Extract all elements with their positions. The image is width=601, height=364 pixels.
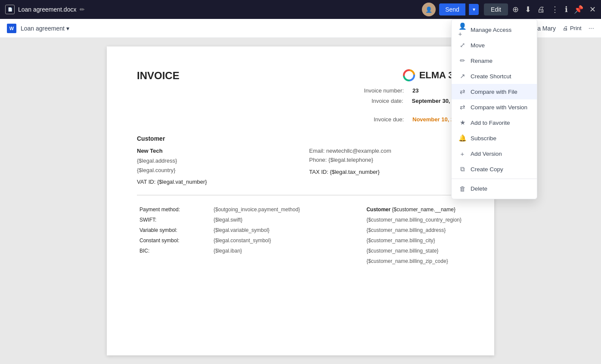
menu-item-subscribe[interactable]: 🔔 Subscribe (452, 130, 537, 146)
billing-zip: {$customer_name.billing_zip_code} (365, 256, 463, 266)
tax-id-text: TAX ID: {$legal.tax_number} (309, 169, 380, 175)
menu-create-shortcut-label: Create Shortcut (471, 73, 511, 80)
print-icon[interactable]: 🖨 (537, 5, 545, 14)
customer-col-name: {$customer_name.__name} (392, 207, 455, 213)
star-icon: ★ (458, 119, 466, 126)
swift-row: SWIFT: {$legal.swift} {$customer_name.bi… (138, 215, 463, 225)
printer-icon: 🖨 (563, 25, 568, 31)
billing-zip-row: {$customer_name.billing_zip_code} (138, 256, 463, 266)
compare-file-icon: ⇄ (458, 88, 466, 96)
invoice-title: INVOICE (137, 68, 180, 83)
customer-left-col: New Tech {$legal.address} {$legal.countr… (137, 147, 292, 186)
move-icon: ⤢ (458, 41, 466, 49)
edit-pencil-icon[interactable]: ✏ (80, 6, 85, 13)
variable-symbol-value: {$legal.variable_symbol} (212, 225, 364, 235)
customer-address: {$legal.address} (137, 157, 292, 165)
customer-right-col: Email: newtechllc@example.com Phone: {$l… (309, 147, 464, 186)
variable-symbol-label: Variable symbol: (138, 225, 211, 235)
customer-name: New Tech (137, 147, 292, 155)
avatar: 👤 (422, 3, 436, 16)
menu-item-manage-access[interactable]: 👤+ Manage Access (452, 22, 537, 37)
send-dropdown-button[interactable]: ▾ (469, 4, 479, 15)
print-label: Print (570, 25, 582, 31)
download-icon[interactable]: ⬇ (525, 5, 531, 14)
invoice-header: INVOICE ELMA 365 I (137, 68, 464, 107)
menu-item-rename[interactable]: ✏ Rename (452, 53, 537, 68)
billing-city: {$customer_name.billing_city} (365, 236, 463, 245)
menu-delete-label: Delete (471, 185, 487, 192)
menu-add-favorite-label: Add to Favorite (471, 120, 510, 126)
menu-add-version-label: Add Version (471, 151, 502, 157)
menu-item-delete[interactable]: 🗑 Delete (452, 181, 537, 196)
menu-item-compare-file[interactable]: ⇄ Compare with File (452, 84, 537, 99)
customer-col-header: Customer {$customer_name.__name} (365, 205, 463, 214)
doc-title[interactable]: Loan agreement ▾ (21, 25, 69, 32)
menu-subscribe-label: Subscribe (471, 135, 496, 142)
divider (137, 195, 464, 195)
edit-button[interactable]: Edit (484, 3, 508, 15)
constant-symbol-value: {$legal.constant_symbol} (212, 236, 364, 245)
doc-title-chevron: ▾ (66, 25, 69, 32)
invoice-date-label: Invoice date: (372, 97, 403, 105)
customer-section-title: Customer (137, 134, 464, 143)
customer-two-col: New Tech {$legal.address} {$legal.countr… (137, 147, 464, 186)
constant-symbol-label: Constant symbol: (138, 236, 211, 245)
compare-version-icon: ⇄ (458, 103, 466, 111)
menu-item-create-copy[interactable]: ⧉ Create Copy (452, 161, 537, 177)
context-menu: 👤+ Manage Access ⤢ Move ✏ Rename ↗ Creat… (451, 19, 537, 199)
payment-method-row: Payment method: {$outgoing_invoice.payme… (138, 205, 463, 214)
topbar-center: 👤 Send ▾ Edit (422, 3, 508, 16)
customer-country: {$legal.country} (137, 166, 292, 175)
menu-item-move[interactable]: ⤢ Move (452, 37, 537, 53)
print-button[interactable]: 🖨 Print (563, 25, 582, 31)
invoice-due-label: Invoice due: (374, 115, 404, 124)
bell-icon: 🔔 (458, 134, 466, 142)
file-name: Loan agreement.docx (18, 6, 76, 13)
variable-symbol-row: Variable symbol: {$legal.variable_symbol… (138, 225, 463, 235)
trash-icon: 🗑 (458, 185, 466, 192)
send-button[interactable]: Send (439, 3, 465, 15)
menu-move-label: Move (471, 42, 485, 49)
vat-id-text: VAT ID: {$legal.vat_number} (137, 179, 207, 185)
menu-item-compare-version[interactable]: ⇄ Compare with Version (452, 99, 537, 115)
menu-item-add-favorite[interactable]: ★ Add to Favorite (452, 115, 537, 130)
menu-item-add-version[interactable]: + Add Version (452, 146, 537, 161)
customer-section: Customer New Tech {$legal.address} {$leg… (137, 134, 464, 186)
doc-page: INVOICE ELMA 365 I (107, 46, 494, 355)
topbar: 📄 Loan agreement.docx ✏ 👤 Send ▾ Edit ⊕ … (0, 0, 601, 19)
vat-id: VAT ID: {$legal.vat_number} (137, 178, 292, 186)
menu-compare-version-label: Compare with Version (471, 104, 527, 111)
menu-item-create-shortcut[interactable]: ↗ Create Shortcut (452, 68, 537, 84)
swift-label: SWIFT: (138, 215, 211, 225)
add-icon[interactable]: ⊕ (512, 5, 519, 14)
more-options-icon[interactable]: ⋮ (551, 5, 559, 14)
plus-icon: + (458, 150, 466, 157)
pin-icon[interactable]: 📌 (574, 5, 583, 14)
customer-col-label: Customer (366, 207, 390, 213)
bic-value: {$legal.iban} (212, 246, 364, 256)
menu-rename-label: Rename (471, 58, 493, 64)
tax-id: TAX ID: {$legal.tax_number} (309, 168, 464, 176)
billing-country: {$customer_name.billing_country_region} (365, 215, 463, 225)
invoice-number-row: Invoice number: 23 (364, 86, 465, 95)
secondbar-more-icon[interactable]: ··· (589, 25, 594, 32)
payment-method-value: {$outgoing_invoice.payment_method} (212, 205, 364, 214)
constant-symbol-row: Constant symbol: {$legal.constant_symbol… (138, 236, 463, 245)
menu-manage-access-label: Manage Access (471, 27, 511, 33)
topbar-left: 📄 Loan agreement.docx ✏ (5, 5, 418, 14)
word-icon: W (7, 24, 16, 33)
customer-email: Email: newtechllc@example.com (309, 147, 464, 155)
bic-row: BIC: {$legal.iban} {$customer_name.billi… (138, 246, 463, 256)
swift-value: {$legal.swift} (212, 215, 364, 225)
person-plus-icon: 👤+ (458, 26, 466, 34)
file-icon: 📄 (5, 5, 15, 14)
close-icon[interactable]: ✕ (589, 5, 596, 14)
pencil-icon: ✏ (458, 57, 466, 65)
menu-compare-file-label: Compare with File (471, 89, 517, 95)
invoice-due-row: Invoice due: November 10, 2023 (137, 115, 464, 124)
doc-title-text: Loan agreement (21, 25, 65, 32)
invoice-number-label: Invoice number: (364, 86, 404, 95)
billing-state: {$customer_name.billing_state} (365, 246, 463, 256)
info-icon[interactable]: ℹ (565, 5, 568, 14)
topbar-icons: ⊕ ⬇ 🖨 ⋮ ℹ 📌 ✕ (512, 5, 596, 14)
